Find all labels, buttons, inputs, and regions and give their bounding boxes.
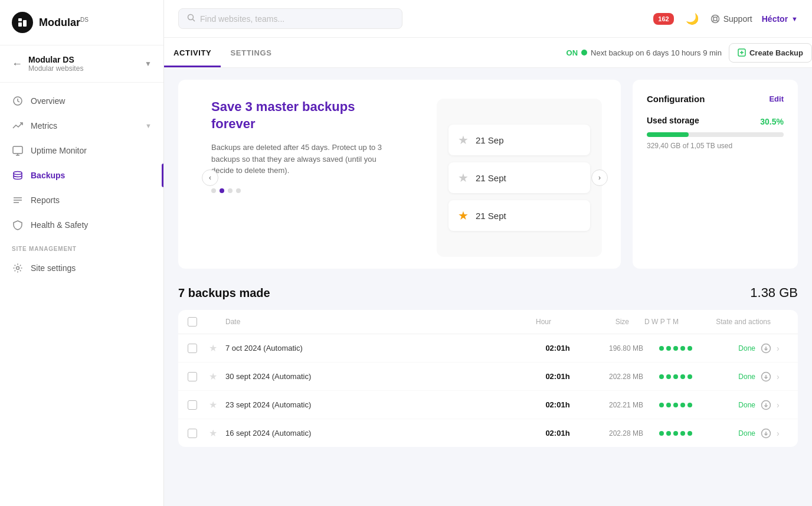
row-state-4: Done (708, 429, 755, 438)
row-star-1[interactable]: ★ (209, 342, 225, 354)
carousel-prev-button[interactable]: ‹ (202, 169, 218, 186)
settings-icon (12, 262, 24, 274)
create-backup-button[interactable]: Create Backup (729, 43, 812, 63)
back-arrow-icon[interactable]: ← (12, 58, 22, 70)
dot-d-1 (659, 346, 664, 351)
dark-mode-button[interactable]: 🌙 (683, 10, 701, 28)
svg-point-11 (17, 267, 19, 270)
header-date: Date (225, 318, 517, 326)
dot-d-4 (659, 431, 664, 436)
metrics-chevron-icon: ▼ (145, 122, 152, 129)
table-row: ★ 30 sept 2024 (Automatic) 02:01h 202.28… (178, 363, 798, 391)
carousel-dot-4[interactable] (236, 188, 241, 193)
sidebar-item-metrics[interactable]: Metrics ▼ (0, 113, 163, 138)
sidebar-item-label-health: Health & Safety (31, 220, 152, 230)
row-state-3: Done (708, 400, 755, 409)
row-size-4: 202.28 MB (584, 429, 643, 438)
row-chevron-3[interactable]: › (777, 400, 788, 410)
row-dots-1 (643, 346, 708, 351)
dot-t-4 (680, 431, 685, 436)
search-icon (187, 14, 195, 24)
dot-w-2 (666, 374, 671, 379)
sidebar-item-uptime-monitor[interactable]: Uptime Monitor (0, 138, 163, 163)
logo-area: ModularDS (0, 0, 163, 45)
row-checkbox-2[interactable] (188, 371, 209, 381)
sidebar-item-label-site-settings: Site settings (31, 263, 152, 273)
content-area: ACTIVITY SETTINGS ON Next backup on 6 da… (164, 38, 812, 506)
svg-line-18 (712, 20, 714, 22)
config-title: Configuration (647, 94, 705, 104)
dot-p-3 (673, 403, 678, 407)
backup-date-3: 21 Sept (476, 211, 506, 221)
row-download-2[interactable] (755, 371, 777, 382)
dot-m-1 (687, 346, 692, 351)
carousel-dot-3[interactable] (228, 188, 233, 193)
promo-title: Save 3 master backups forever (211, 99, 388, 132)
svg-point-7 (14, 172, 22, 175)
tabs-bar: ACTIVITY SETTINGS ON Next backup on 6 da… (164, 38, 812, 68)
row-chevron-1[interactable]: › (777, 344, 788, 353)
tab-settings[interactable]: SETTINGS (221, 38, 281, 67)
search-bar[interactable]: Find websites, teams... (178, 8, 402, 29)
row-date-2: 30 sept 2024 (Automatic) (225, 372, 531, 381)
row-download-3[interactable] (755, 400, 777, 410)
sidebar-item-label-metrics: Metrics (31, 121, 138, 130)
tab-activity[interactable]: ACTIVITY (164, 38, 221, 67)
main-area: Find websites, teams... 162 🌙 Support Hé… (164, 0, 812, 506)
row-hour-3: 02:01h (531, 400, 584, 409)
state-done-1: Done (738, 344, 755, 352)
sidebar-item-health-safety[interactable]: Health & Safety (0, 213, 163, 237)
support-button[interactable]: Support (711, 14, 752, 24)
backups-table: Date Hour Size D W P T M State and actio… (178, 310, 798, 447)
row-chevron-2[interactable]: › (777, 372, 788, 381)
sidebar-item-overview[interactable]: Overview (0, 89, 163, 113)
storage-fill (647, 132, 689, 137)
row-star-2[interactable]: ★ (209, 371, 225, 382)
status-dot (581, 50, 587, 56)
dot-m-2 (687, 374, 692, 379)
svg-rect-2 (18, 18, 22, 21)
notification-button[interactable]: 162 (653, 13, 673, 25)
svg-line-16 (712, 16, 714, 18)
header-size: Size (570, 318, 629, 326)
row-checkbox-1[interactable] (188, 343, 209, 353)
row-hour-1: 02:01h (531, 344, 584, 352)
config-edit-button[interactable]: Edit (769, 94, 784, 103)
row-star-4[interactable]: ★ (209, 427, 225, 439)
svg-rect-0 (18, 22, 22, 27)
storage-bar (647, 132, 784, 137)
backup-preview-item-3: ★ 21 Sept (448, 200, 590, 231)
sidebar-item-reports[interactable]: Reports (0, 188, 163, 213)
row-state-2: Done (708, 372, 755, 381)
sidebar-item-label-uptime: Uptime Monitor (31, 146, 152, 155)
row-checkbox-4[interactable] (188, 428, 209, 438)
state-done-4: Done (738, 429, 755, 438)
config-header: Configuration Edit (647, 94, 784, 104)
carousel-dot-2[interactable] (220, 188, 224, 193)
tabs-left: ACTIVITY SETTINGS (164, 38, 281, 67)
user-menu-button[interactable]: Héctor ▼ (762, 14, 798, 24)
select-all-checkbox[interactable] (188, 317, 197, 327)
row-size-3: 202.21 MB (584, 401, 643, 409)
row-star-3[interactable]: ★ (209, 399, 225, 410)
sidebar-item-backups[interactable]: Backups (0, 163, 163, 188)
promo-text-side: Save 3 master backups forever Backups ar… (197, 99, 437, 257)
config-card: Configuration Edit Used storage 30.5% 32… (633, 80, 798, 269)
carousel-dot-1[interactable] (211, 188, 216, 193)
cards-area: ‹ Save 3 master backups forever Backups … (178, 80, 798, 269)
dot-w-4 (666, 431, 671, 436)
row-download-4[interactable] (755, 428, 777, 439)
sidebar-item-site-settings[interactable]: Site settings (0, 256, 163, 280)
carousel-next-button[interactable]: › (591, 169, 608, 186)
row-dots-2 (643, 374, 708, 379)
promo-description: Backups are deleted after 45 days. Prote… (211, 142, 400, 177)
row-chevron-4[interactable]: › (777, 429, 788, 438)
row-download-1[interactable] (755, 343, 777, 354)
row-checkbox-3[interactable] (188, 400, 209, 410)
backups-table-header: 7 backups made 1.38 GB (178, 285, 798, 301)
workspace-selector[interactable]: ← Modular DS Modular websites ▼ (0, 45, 163, 83)
list-icon (12, 194, 24, 206)
dot-t-2 (680, 374, 685, 379)
workspace-chevron-icon[interactable]: ▼ (145, 60, 152, 68)
user-chevron-icon: ▼ (791, 15, 798, 22)
